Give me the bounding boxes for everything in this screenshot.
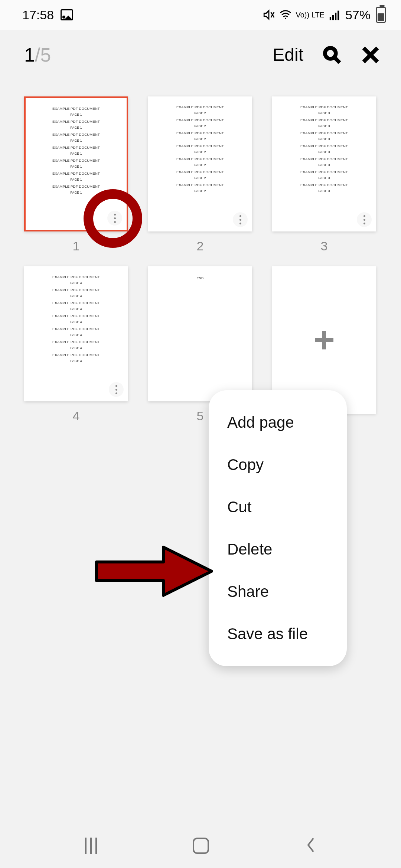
svg-rect-1 bbox=[330, 17, 331, 20]
page-thumbnail-grid: EXAMPLE PDF DOCUMENTPAGE 1 EXAMPLE PDF D… bbox=[0, 80, 401, 423]
nav-recents-button[interactable] bbox=[85, 838, 97, 854]
page-context-menu: Add page Copy Cut Delete Share Save as f… bbox=[209, 390, 347, 666]
lte-indicator: Vo)) LTE bbox=[296, 11, 325, 19]
app-bar: 1/5 Edit bbox=[0, 30, 401, 80]
svg-point-0 bbox=[284, 18, 286, 19]
page-number-4: 4 bbox=[73, 409, 80, 423]
page-thumbnail-1[interactable]: EXAMPLE PDF DOCUMENTPAGE 1 EXAMPLE PDF D… bbox=[24, 96, 128, 231]
close-icon bbox=[361, 46, 380, 64]
page-1-more-button[interactable] bbox=[107, 211, 122, 226]
page-number-3: 3 bbox=[321, 239, 328, 253]
image-saved-icon bbox=[61, 9, 73, 20]
page-2-more-button[interactable] bbox=[233, 212, 248, 227]
annotation-arrow bbox=[93, 542, 215, 601]
svg-rect-4 bbox=[338, 11, 339, 20]
search-icon bbox=[323, 46, 341, 64]
svg-point-5 bbox=[325, 48, 336, 59]
menu-save-as-file[interactable]: Save as file bbox=[209, 613, 347, 655]
page-number-5: 5 bbox=[197, 409, 204, 423]
page-number-2: 2 bbox=[197, 239, 204, 253]
current-page-number: 1 bbox=[24, 44, 35, 66]
battery-percent: 57% bbox=[345, 8, 371, 22]
status-time: 17:58 bbox=[22, 8, 54, 22]
menu-share[interactable]: Share bbox=[209, 571, 347, 613]
page-thumbnail-3[interactable]: EXAMPLE PDF DOCUMENTPAGE 3 EXAMPLE PDF D… bbox=[272, 96, 376, 231]
page-counter: 1/5 bbox=[24, 44, 51, 66]
menu-cut[interactable]: Cut bbox=[209, 486, 347, 528]
nav-home-button[interactable] bbox=[193, 838, 209, 854]
page-thumbnail-5[interactable]: END bbox=[148, 266, 252, 401]
svg-line-6 bbox=[334, 57, 340, 63]
page-number-1: 1 bbox=[73, 239, 80, 253]
page-thumbnail-2[interactable]: EXAMPLE PDF DOCUMENTPAGE 2 EXAMPLE PDF D… bbox=[148, 96, 252, 231]
nav-back-button[interactable] bbox=[305, 837, 316, 855]
page-4-more-button[interactable] bbox=[109, 382, 124, 397]
page-3-more-button[interactable] bbox=[357, 212, 372, 227]
menu-copy[interactable]: Copy bbox=[209, 444, 347, 486]
mute-icon bbox=[263, 9, 275, 21]
close-button[interactable] bbox=[361, 45, 381, 65]
page-thumbnail-4[interactable]: EXAMPLE PDF DOCUMENTPAGE 4 EXAMPLE PDF D… bbox=[24, 266, 128, 401]
plus-icon bbox=[313, 329, 335, 351]
signal-icon bbox=[328, 9, 342, 21]
search-button[interactable] bbox=[322, 45, 342, 65]
edit-button[interactable]: Edit bbox=[273, 45, 303, 65]
svg-rect-2 bbox=[332, 15, 334, 20]
status-bar: 17:58 Vo)) LTE 57% bbox=[0, 0, 401, 30]
battery-icon bbox=[376, 7, 386, 23]
wifi-icon bbox=[279, 9, 292, 21]
menu-delete[interactable]: Delete bbox=[209, 528, 347, 571]
total-pages: 5 bbox=[40, 44, 51, 66]
android-nav-bar bbox=[0, 823, 401, 868]
svg-rect-3 bbox=[335, 13, 336, 20]
svg-marker-11 bbox=[97, 547, 212, 595]
menu-add-page[interactable]: Add page bbox=[209, 401, 347, 444]
